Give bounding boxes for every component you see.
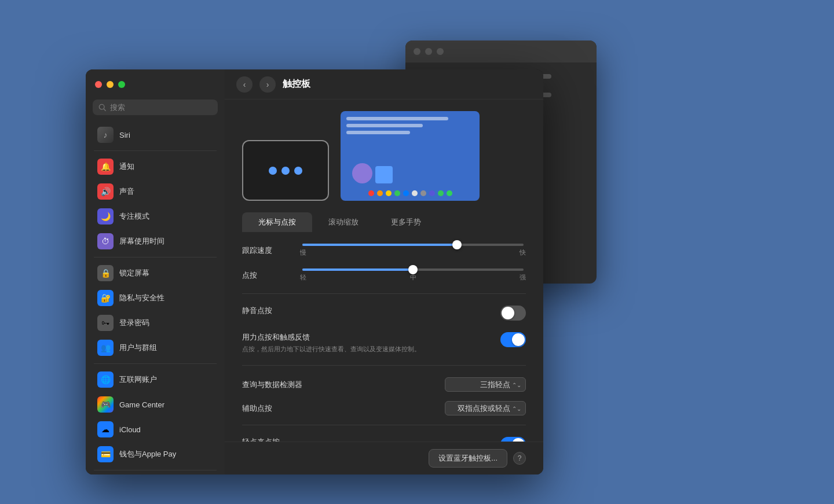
sidebar-item-focus[interactable]: 🌙 专注模式 (89, 204, 221, 229)
search-icon (98, 104, 107, 112)
sidebar-item-keyboard[interactable]: ⌨ 键盘 (89, 474, 221, 474)
secondary-click-label: 辅助点按 (242, 403, 272, 414)
sidebar-item-password[interactable]: 🗝 登录密码 (89, 311, 221, 335)
silent-click-row: 静音点按 (242, 306, 526, 321)
sidebar-item-users[interactable]: 👥 用户与群组 (89, 336, 221, 360)
page-title: 触控板 (283, 78, 310, 90)
tap-to-click-toggle[interactable] (500, 437, 526, 442)
force-click-label: 用力点按和触感反馈 (242, 332, 500, 343)
divider-2 (94, 257, 217, 257)
sidebar-label-password: 登录密码 (119, 318, 149, 328)
help-button[interactable]: ? (513, 452, 526, 465)
divider-1 (94, 150, 217, 151)
focus-icon: 🌙 (97, 208, 114, 225)
svg-line-1 (104, 109, 105, 111)
divider-4 (94, 470, 217, 470)
color-dot-purple (429, 190, 435, 196)
sidebar-label-wallet: 钱包与Apple Pay (119, 449, 176, 459)
secondary-click-dropdown-wrapper: 双指点按或轻点 右下角点按 左下角点按 关闭 ⌃⌄ (445, 401, 526, 415)
content-footer: 设置蓝牙触控板... ? (225, 442, 543, 474)
bluetooth-trackpad-button[interactable]: 设置蓝牙触控板... (429, 449, 507, 468)
sidebar-titlebar (86, 69, 225, 100)
click-labels: 轻 中 强 (300, 273, 526, 282)
icloud-icon: ☁ (97, 421, 114, 437)
color-dot-green (394, 190, 400, 196)
tab-cursor[interactable]: 光标与点按 (242, 212, 312, 232)
tab-gesture[interactable]: 更多手势 (375, 212, 437, 232)
sidebar-item-gamecenter[interactable]: 🎮 Game Center (89, 392, 221, 417)
divider-settings-3 (242, 425, 526, 425)
sidebar-item-internet[interactable]: 🌐 互联网账户 (89, 367, 221, 392)
sidebar-item-privacy[interactable]: 🔐 隐私与安全性 (89, 286, 221, 310)
tracking-speed-thumb[interactable] (452, 240, 462, 249)
bg-dot-2 (425, 48, 432, 55)
sidebar-label-privacy: 隐私与安全性 (119, 293, 164, 303)
traffic-close[interactable] (95, 81, 102, 88)
sidebar-item-sound[interactable]: 🔊 声音 (89, 179, 221, 204)
sidebar-label-focus: 专注模式 (119, 211, 149, 222)
search-box[interactable] (93, 100, 218, 115)
wallet-icon: 💳 (97, 446, 114, 462)
color-dot-orange (377, 190, 383, 196)
tap-to-click-row: 轻点来点按 单指轻点 (242, 437, 526, 442)
trackpad-dot-3 (294, 167, 302, 175)
traffic-minimize[interactable] (107, 81, 114, 88)
divider-settings-2 (242, 365, 526, 366)
sidebar-label-lock: 锁定屏幕 (119, 268, 149, 278)
preview-screenshot (341, 111, 480, 201)
color-dot-blue (403, 190, 409, 196)
traffic-maximize[interactable] (118, 81, 125, 88)
tracking-speed-track (302, 244, 524, 246)
color-dot-gray (420, 190, 426, 196)
sound-icon: 🔊 (97, 183, 114, 200)
search-input[interactable] (110, 103, 212, 112)
click-track (302, 268, 524, 271)
sidebar-item-lock[interactable]: 🔒 锁定屏幕 (89, 261, 221, 285)
forward-button[interactable]: › (259, 76, 276, 93)
password-icon: 🗝 (97, 315, 114, 331)
force-click-row: 用力点按和触感反馈 点按，然后用力地下以进行快速查看、查询以及变速媒体控制。 (242, 332, 526, 354)
privacy-icon: 🔐 (97, 290, 114, 306)
ps-circle (352, 163, 372, 183)
color-dot-yellow (386, 190, 392, 196)
sidebar-label-icloud: iCloud (119, 425, 141, 434)
force-click-knob (512, 333, 525, 346)
color-dot-green3 (447, 190, 452, 196)
sidebar: ♪ Siri 🔔 通知 🔊 声音 � (86, 69, 225, 474)
lookup-select[interactable]: 三指轻点 关闭 (445, 377, 526, 392)
tracking-speed-labels: 慢 快 (300, 248, 526, 257)
divider-settings-1 (242, 293, 526, 294)
tab-scroll[interactable]: 滚动缩放 (312, 212, 375, 232)
sidebar-label-notification: 通知 (119, 161, 134, 172)
secondary-click-select[interactable]: 双指点按或轻点 右下角点按 左下角点按 关闭 (445, 401, 526, 415)
sidebar-item-notification[interactable]: 🔔 通知 (89, 154, 221, 179)
trackpad-dot-2 (281, 167, 290, 175)
silent-click-knob (502, 307, 514, 319)
sidebar-item-wallet[interactable]: 💳 钱包与Apple Pay (89, 442, 221, 466)
click-row: 点按 轻 中 强 (242, 268, 526, 282)
back-button[interactable]: ‹ (236, 76, 253, 93)
tracking-speed-fill (302, 244, 457, 246)
tap-to-click-text: 轻点来点按 单指轻点 (242, 437, 500, 442)
tracking-slow-label: 慢 (300, 248, 306, 257)
silent-click-toggle[interactable] (500, 306, 526, 321)
lookup-row: 查询与数据检测器 三指轻点 关闭 ⌃⌄ (242, 377, 526, 392)
siri-icon: ♪ (97, 127, 114, 143)
tracking-speed-row: 跟踪速度 慢 快 (242, 244, 526, 257)
force-click-toggle[interactable] (500, 332, 526, 347)
tap-to-click-knob (512, 438, 525, 442)
click-slider-container: 轻 中 强 (300, 268, 526, 282)
ps-bar-1 (346, 117, 448, 120)
sidebar-item-icloud[interactable]: ☁ iCloud (89, 417, 221, 442)
sidebar-item-siri[interactable]: ♪ Siri (89, 123, 221, 147)
click-light-label: 轻 (300, 273, 306, 282)
click-mid-label: 中 (410, 273, 416, 282)
ps-bar-3 (346, 131, 410, 134)
sidebar-list: ♪ Siri 🔔 通知 🔊 声音 � (86, 122, 225, 474)
sidebar-item-screentime[interactable]: ⏱ 屏幕使用时间 (89, 229, 221, 253)
lookup-dropdown-wrapper: 三指轻点 关闭 ⌃⌄ (445, 377, 526, 392)
click-thumb[interactable] (408, 265, 418, 274)
main-content: ‹ › 触控板 (225, 69, 543, 474)
tabs-bar: 光标与点按 滚动缩放 更多手势 (225, 212, 543, 232)
content-header: ‹ › 触控板 (225, 69, 543, 100)
